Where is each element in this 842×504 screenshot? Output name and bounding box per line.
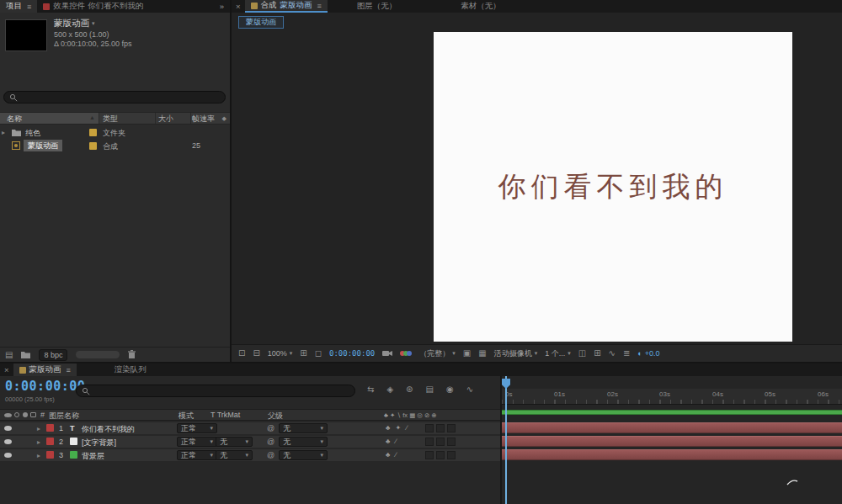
layer-duration-bar[interactable] <box>502 436 842 447</box>
column-size-label[interactable]: 大小 <box>158 114 173 125</box>
column-trkmat-label[interactable]: T TrkMat <box>210 411 240 419</box>
fast-preview-icon[interactable]: ∿ <box>609 349 616 358</box>
blend-mode-select[interactable]: 正常▾ <box>177 423 217 433</box>
trkmat-select[interactable]: 无▾ <box>216 437 253 447</box>
layer-row[interactable]: ▸ 2 [文字背景] 正常▾ 无▾ @ 无▾ ♣ ∕ <box>0 436 500 448</box>
tab-footage[interactable]: 素材（无） <box>455 0 507 13</box>
exposure-control[interactable]: ◐ +0.0 <box>637 349 659 358</box>
label-color-chip[interactable] <box>89 129 97 136</box>
snapshot-camera-icon[interactable] <box>382 350 392 357</box>
comp-canvas[interactable]: 你们看不到我的 <box>434 32 792 342</box>
frame-blend-icon[interactable]: ▤ <box>425 385 433 394</box>
switch-box[interactable] <box>436 438 445 446</box>
hide-shy-icon[interactable]: ⊛ <box>406 385 413 394</box>
new-folder-icon[interactable] <box>21 351 30 358</box>
mini-flowchart-icon[interactable]: ⇆ <box>367 385 374 394</box>
zoom-select[interactable]: 100%▾ <box>268 349 293 358</box>
close-tab-icon[interactable]: × <box>0 363 13 376</box>
layer-name[interactable]: [文字背景] <box>82 438 116 448</box>
grid-guides-icon[interactable]: ⊞ <box>300 349 306 358</box>
tab-render-queue[interactable]: 渲染队列 <box>109 363 152 376</box>
switch-box[interactable] <box>425 438 434 446</box>
switch-box[interactable] <box>447 451 456 459</box>
pixel-aspect-icon[interactable]: ⊞ <box>594 349 600 358</box>
layer-switches[interactable]: ♣ ∕ <box>386 438 398 445</box>
layer-row[interactable]: ▸ 1 T 你们看不到我的 正常▾ @ 无▾ ♣ ✦ ∕ <box>0 422 500 434</box>
comp-thumbnail[interactable] <box>5 19 47 51</box>
item-name[interactable]: 纯色 <box>25 128 40 139</box>
panel-menu-icon[interactable]: ≡ <box>27 3 31 11</box>
channels-icon[interactable] <box>400 351 412 356</box>
layer-switches[interactable]: ♣ ∕ <box>386 451 398 459</box>
switch-box[interactable] <box>447 438 456 446</box>
layer-name[interactable]: 背景层 <box>82 451 104 462</box>
monitor-icon[interactable]: ⊟ <box>253 349 259 358</box>
visibility-eye-icon[interactable] <box>4 426 12 431</box>
tab-effect-controls[interactable]: 效果控件 你们看不到我的 <box>37 0 149 13</box>
panel-menu-icon[interactable]: ≡ <box>67 366 71 374</box>
column-fps-label[interactable]: 帧速率 <box>192 114 215 125</box>
project-item-row[interactable]: 蒙版动画 合成 25 <box>0 140 230 152</box>
layer-label-chip[interactable] <box>46 424 54 432</box>
blend-mode-select[interactable]: 正常▾ <box>177 437 217 447</box>
tab-project[interactable]: 项目 ≡ <box>0 0 37 13</box>
expand-icon[interactable]: ⊡ <box>238 349 245 358</box>
comp-timecode[interactable]: 0:00:00:00 <box>329 349 375 358</box>
layer-expander-icon[interactable]: ▸ <box>37 452 40 459</box>
tab-layer[interactable]: 图层（无） <box>351 0 403 13</box>
layer-row[interactable]: ▸ 3 背景层 正常▾ 无▾ @ 无▾ ♣ ∕ <box>0 449 500 461</box>
layer-duration-bar[interactable] <box>502 449 842 460</box>
bpc-button[interactable]: 8 bpc <box>39 349 67 361</box>
project-search-input[interactable] <box>3 91 226 103</box>
cti-line[interactable] <box>505 376 507 504</box>
switch-box[interactable] <box>436 424 445 432</box>
mask-visibility-icon[interactable]: ◻ <box>315 349 322 358</box>
pickwhip-icon[interactable]: @ <box>267 424 274 432</box>
panel-menu-icon[interactable]: ≡ <box>317 2 322 10</box>
interpret-footage-icon[interactable]: ▤ <box>5 351 13 359</box>
layer-switches[interactable]: ♣ ✦ ∕ <box>386 424 409 432</box>
layer-label-chip[interactable] <box>46 451 54 459</box>
switch-box[interactable] <box>425 451 434 459</box>
switch-box[interactable] <box>436 451 445 459</box>
viewer-tab[interactable]: 蒙版动画 <box>238 16 284 29</box>
switch-box[interactable] <box>425 424 434 432</box>
blend-mode-select[interactable]: 正常▾ <box>177 450 217 460</box>
draft-3d-icon[interactable]: ◈ <box>386 385 393 394</box>
mini-flowchart-icon[interactable]: ≣ <box>623 349 630 358</box>
pickwhip-icon[interactable]: @ <box>267 451 274 459</box>
graph-editor-icon[interactable]: ∿ <box>466 385 473 394</box>
column-mode-label[interactable]: 模式 <box>179 411 194 422</box>
column-type-label[interactable]: 类型 <box>103 114 118 125</box>
label-color-chip[interactable] <box>89 142 97 150</box>
roi-icon[interactable]: ▣ <box>463 349 471 358</box>
timeline-search-input[interactable] <box>76 385 355 397</box>
resolution-select[interactable]: （完整）▾ <box>419 348 456 359</box>
view-layout-icon[interactable]: ◫ <box>578 349 586 358</box>
cti-handle[interactable] <box>502 379 510 389</box>
folder-expander-icon[interactable]: ▸ <box>2 129 5 136</box>
visibility-eye-icon[interactable] <box>4 453 12 458</box>
camera-select[interactable]: 活动摄像机▾ <box>494 348 538 359</box>
column-parent-label[interactable]: 父级 <box>268 411 283 422</box>
tab-composition[interactable]: 合成 蒙版动画 ≡ <box>245 0 328 13</box>
pickwhip-icon[interactable]: @ <box>267 438 274 446</box>
switch-box[interactable] <box>447 424 456 432</box>
views-select[interactable]: 1 个...▾ <box>545 348 571 359</box>
column-layer-name-label[interactable]: 图层名称 <box>49 411 79 422</box>
project-item-row[interactable]: ▸ 纯色 文件夹 <box>0 126 230 139</box>
delete-icon[interactable] <box>128 350 136 359</box>
layer-name[interactable]: 你们看不到我的 <box>82 424 135 435</box>
layer-expander-icon[interactable]: ▸ <box>37 425 40 432</box>
trkmat-select[interactable]: 无▾ <box>216 450 253 460</box>
layer-label-chip[interactable] <box>46 438 54 445</box>
motion-blur-icon[interactable]: ◉ <box>446 385 454 394</box>
parent-select[interactable]: 无▾ <box>279 437 328 447</box>
work-area-bar[interactable] <box>502 410 842 415</box>
close-tab-icon[interactable]: × <box>232 0 245 13</box>
tab-timeline-comp[interactable]: 蒙版动画 ≡ <box>13 363 77 376</box>
item-name-selected[interactable]: 蒙版动画 <box>24 140 62 151</box>
current-timecode[interactable]: 0:00:00:00 <box>5 379 85 394</box>
column-name[interactable]: 名称 ▲ <box>0 113 99 124</box>
comp-info-header[interactable]: 蒙版动画 ▾ <box>54 18 95 29</box>
